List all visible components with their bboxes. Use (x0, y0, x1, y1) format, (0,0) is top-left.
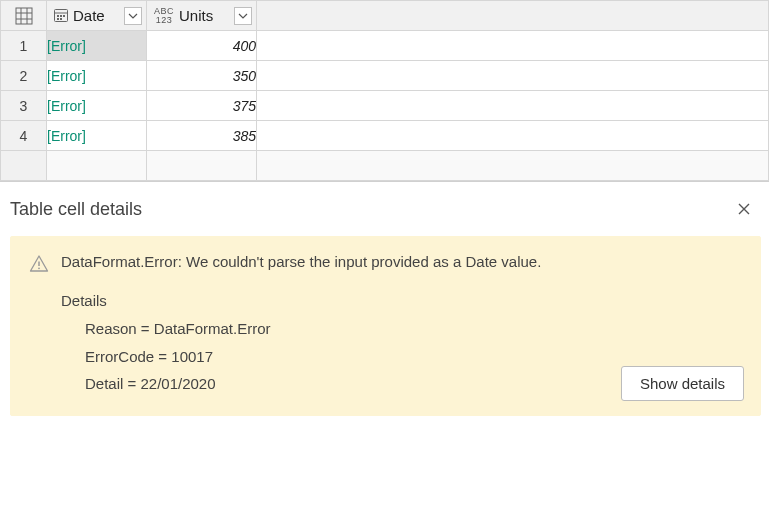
svg-point-13 (38, 267, 40, 269)
data-grid: Date ABC123 Units 1[E (0, 0, 769, 182)
table-blank-row (1, 151, 769, 181)
column-header-units[interactable]: ABC123 Units (147, 1, 257, 31)
svg-rect-7 (57, 15, 59, 17)
cell-empty (257, 121, 769, 151)
cell-empty (257, 31, 769, 61)
row-number[interactable]: 4 (1, 121, 47, 151)
column-header-date[interactable]: Date (47, 1, 147, 31)
show-details-button[interactable]: Show details (621, 366, 744, 401)
cell-date[interactable]: [Error] (47, 61, 147, 91)
table-row[interactable]: 4[Error]385 (1, 121, 769, 151)
warning-icon (29, 254, 49, 277)
cell-empty (257, 91, 769, 121)
filter-dropdown-date[interactable] (124, 7, 142, 25)
row-number-empty (1, 151, 47, 181)
cell-units[interactable]: 375 (147, 91, 257, 121)
table-row[interactable]: 3[Error]375 (1, 91, 769, 121)
column-name: Units (179, 7, 230, 24)
error-message: DataFormat.Error: We couldn't parse the … (61, 253, 541, 270)
svg-rect-8 (60, 15, 62, 17)
svg-rect-10 (57, 18, 59, 20)
row-number[interactable]: 1 (1, 31, 47, 61)
row-number[interactable]: 3 (1, 91, 47, 121)
error-message-box: DataFormat.Error: We couldn't parse the … (10, 236, 761, 416)
filter-dropdown-units[interactable] (234, 7, 252, 25)
close-button[interactable] (731, 196, 757, 222)
column-header-empty (257, 1, 769, 31)
table-row[interactable]: 2[Error]350 (1, 61, 769, 91)
cell-empty (257, 61, 769, 91)
cell-date[interactable]: [Error] (47, 121, 147, 151)
cell-units[interactable]: 350 (147, 61, 257, 91)
table-row[interactable]: 1[Error]400 (1, 31, 769, 61)
svg-rect-11 (60, 18, 62, 20)
cell-date[interactable]: [Error] (47, 31, 147, 61)
cell-units[interactable]: 400 (147, 31, 257, 61)
row-number[interactable]: 2 (1, 61, 47, 91)
any-type-icon: ABC123 (153, 7, 175, 25)
error-reason: Reason = DataFormat.Error (85, 315, 742, 343)
cell-units[interactable]: 385 (147, 121, 257, 151)
details-title: Table cell details (10, 199, 142, 220)
cell-details-pane: Table cell details DataFormat.Error: We … (0, 182, 769, 434)
select-all-corner[interactable] (1, 1, 47, 31)
calendar-icon (53, 7, 69, 25)
column-name: Date (73, 7, 120, 24)
cell-date[interactable]: [Error] (47, 91, 147, 121)
details-label: Details (61, 287, 742, 315)
svg-rect-9 (63, 15, 65, 17)
svg-rect-0 (16, 8, 32, 24)
